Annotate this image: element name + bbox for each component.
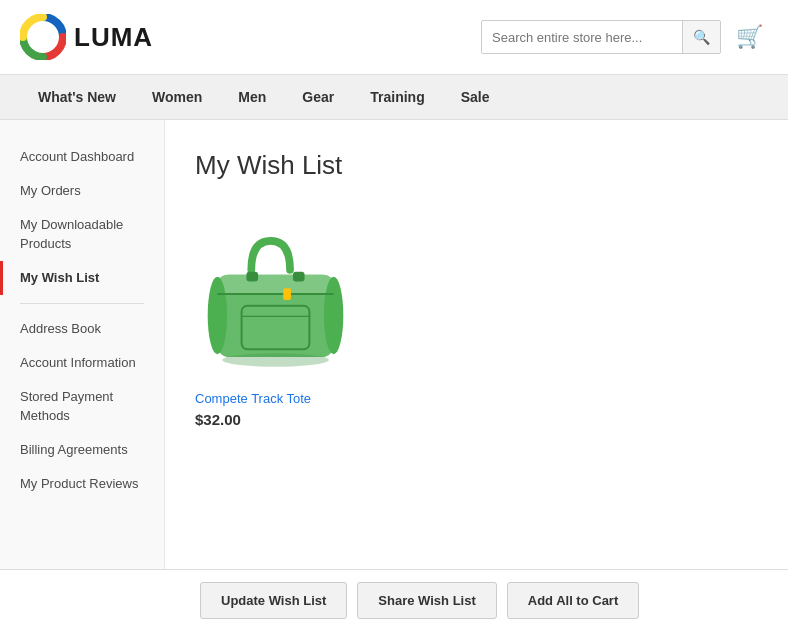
logo-icon [20,14,66,60]
nav-item-sale[interactable]: Sale [443,75,508,119]
sidebar-item-my-downloadable-products[interactable]: My Downloadable Products [0,208,164,260]
sidebar-item-stored-payment-methods[interactable]: Stored Payment Methods [0,380,164,432]
svg-rect-10 [246,271,258,281]
sidebar-item-my-wish-list[interactable]: My Wish List [0,261,164,295]
product-image-container [195,211,355,381]
svg-rect-6 [283,288,291,300]
cart-button[interactable]: 🛒 [731,19,768,55]
sidebar-item-account-dashboard[interactable]: Account Dashboard [0,140,164,174]
search-input[interactable] [482,22,682,53]
nav-item-women[interactable]: Women [134,75,220,119]
sidebar-item-account-information[interactable]: Account Information [0,346,164,380]
page-title: My Wish List [195,150,758,181]
search-icon: 🔍 [693,29,710,45]
sidebar-item-my-orders[interactable]: My Orders [0,174,164,208]
cart-icon: 🛒 [736,24,763,49]
sidebar-item-address-book[interactable]: Address Book [0,312,164,346]
svg-point-3 [207,276,226,354]
product-image [198,214,353,379]
nav-list: What's New Women Men Gear Training Sale [20,75,768,119]
nav-item-whats-new[interactable]: What's New [20,75,134,119]
sidebar-divider [20,303,144,304]
nav-bar: What's New Women Men Gear Training Sale [0,75,788,120]
header: LUMA 🔍 🛒 [0,0,788,75]
svg-point-7 [222,353,329,367]
sidebar-item-my-product-reviews[interactable]: My Product Reviews [0,467,164,501]
share-wish-list-button[interactable]: Share Wish List [357,582,496,619]
logo-area: LUMA [20,14,153,60]
search-bar: 🔍 [481,20,721,54]
main-container: Account Dashboard My Orders My Downloada… [0,120,788,620]
search-button[interactable]: 🔍 [682,21,720,53]
add-all-to-cart-button[interactable]: Add All to Cart [507,582,640,619]
update-wish-list-button[interactable]: Update Wish List [200,582,347,619]
sidebar-item-billing-agreements[interactable]: Billing Agreements [0,433,164,467]
sidebar: Account Dashboard My Orders My Downloada… [0,120,165,620]
product-card: Compete Track Tote $32.00 [195,211,375,428]
nav-item-men[interactable]: Men [220,75,284,119]
product-grid: Compete Track Tote $32.00 [195,211,758,428]
header-right: 🔍 🛒 [481,19,768,55]
svg-point-4 [323,276,342,354]
product-price: $32.00 [195,411,375,428]
svg-rect-2 [217,274,333,293]
nav-item-gear[interactable]: Gear [284,75,352,119]
logo-text: LUMA [74,22,153,53]
nav-item-training[interactable]: Training [352,75,442,119]
product-name[interactable]: Compete Track Tote [195,391,375,406]
svg-rect-11 [292,271,304,281]
action-buttons: Update Wish List Share Wish List Add All… [0,569,788,620]
content: My Wish List [165,120,788,620]
